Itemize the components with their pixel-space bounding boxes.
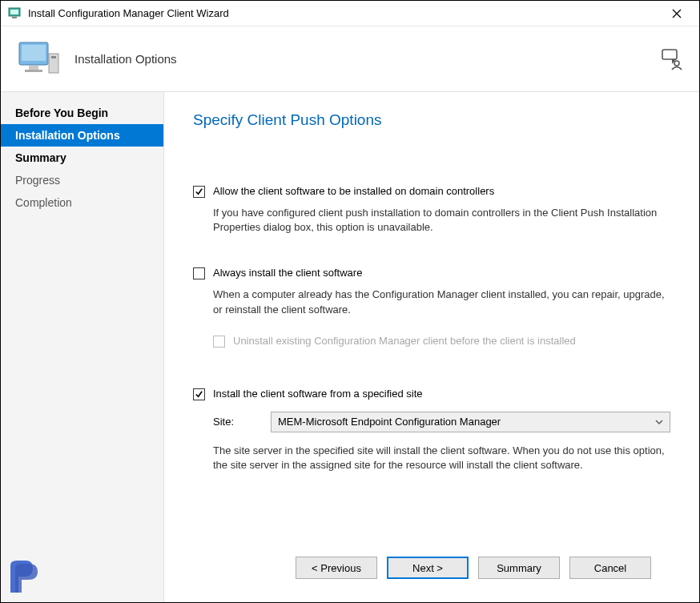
summary-button[interactable]: Summary — [478, 557, 560, 579]
help-person-icon[interactable] — [661, 48, 683, 70]
cancel-button[interactable]: Cancel — [569, 557, 651, 579]
sidebar: Before You Begin Installation Options Su… — [1, 92, 164, 602]
titlebar: Install Configuration Manager Client Wiz… — [1, 1, 699, 26]
sidebar-item-completion[interactable]: Completion — [1, 191, 163, 214]
desc-specified-site: The site server in the specified site wi… — [213, 444, 670, 472]
checkbox-always-install[interactable] — [193, 267, 205, 279]
svg-rect-6 — [22, 45, 46, 61]
svg-rect-11 — [662, 50, 677, 59]
svg-rect-7 — [29, 66, 38, 70]
content-pane: Specify Client Push Options Allow the cl… — [164, 92, 699, 602]
svg-rect-2 — [12, 17, 17, 18]
next-button[interactable]: Next > — [387, 557, 469, 579]
checkbox-uninstall-existing — [213, 336, 225, 348]
option-always-install: Always install the client software When … — [193, 267, 670, 355]
chevron-down-icon — [655, 420, 663, 424]
site-select[interactable]: MEM-Microsoft Endpoint Configuration Man… — [271, 412, 670, 432]
desc-always-install: When a computer already has the Configur… — [213, 287, 670, 316]
wizard-window: Install Configuration Manager Client Wiz… — [0, 0, 700, 603]
header: Installation Options — [1, 26, 699, 92]
window-title: Install Configuration Manager Client Wiz… — [28, 7, 661, 19]
checkmark-icon — [195, 390, 203, 399]
page-title: Specify Client Push Options — [193, 111, 670, 129]
app-icon — [7, 6, 22, 21]
wizard-body: Before You Begin Installation Options Su… — [1, 92, 699, 602]
sidebar-item-progress[interactable]: Progress — [1, 169, 163, 191]
sidebar-item-summary[interactable]: Summary — [1, 147, 163, 169]
desc-allow-domain-controllers: If you have configured client push insta… — [213, 206, 670, 235]
header-title: Installation Options — [74, 52, 661, 66]
checkbox-specified-site[interactable] — [193, 388, 205, 400]
label-allow-domain-controllers: Allow the client software to be installe… — [213, 185, 494, 197]
monitor-icon — [17, 39, 62, 79]
checkbox-allow-domain-controllers[interactable] — [193, 186, 205, 198]
site-row: Site: MEM-Microsoft Endpoint Configurati… — [213, 412, 670, 432]
svg-rect-8 — [25, 70, 42, 72]
previous-button[interactable]: < Previous — [296, 557, 377, 579]
label-specified-site: Install the client software from a speci… — [213, 388, 423, 400]
label-always-install: Always install the client software — [213, 267, 362, 279]
close-icon — [672, 9, 682, 18]
svg-rect-10 — [51, 56, 56, 58]
site-select-value: MEM-Microsoft Endpoint Configuration Man… — [278, 416, 501, 428]
option-allow-domain-controllers: Allow the client software to be installe… — [193, 185, 670, 235]
option-specified-site: Install the client software from a speci… — [193, 388, 670, 472]
close-button[interactable] — [661, 2, 693, 25]
footer: < Previous Next > Summary Cancel — [193, 545, 670, 591]
sidebar-item-installation-options[interactable]: Installation Options — [1, 124, 163, 147]
site-field-label: Site: — [213, 416, 261, 428]
svg-point-13 — [674, 61, 679, 66]
sidebar-item-before-you-begin[interactable]: Before You Begin — [1, 102, 163, 124]
svg-rect-1 — [10, 10, 18, 14]
checkmark-icon — [195, 187, 203, 196]
label-uninstall-existing: Uninstall existing Configuration Manager… — [233, 335, 576, 347]
